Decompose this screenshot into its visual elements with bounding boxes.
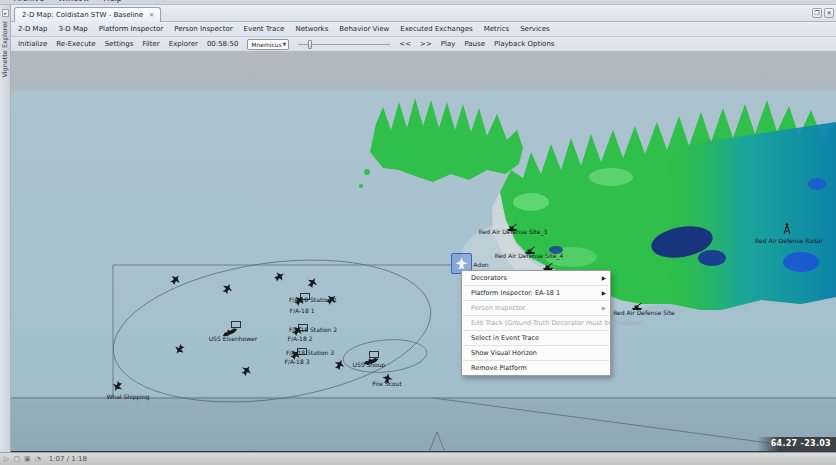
restore-window-button[interactable]: ❐ xyxy=(812,8,822,18)
chevron-down-icon: ▼ xyxy=(282,41,286,47)
context-menu-item-remove-platform[interactable]: Remove Platform xyxy=(462,361,610,375)
jet-icon[interactable] xyxy=(241,361,252,380)
view-menu-3-d-map[interactable]: 3-D Map xyxy=(58,25,87,33)
frame-icon[interactable]: ▢ xyxy=(13,456,20,463)
view-menu-person-inspector[interactable]: Person Inspector xyxy=(174,25,232,33)
view-menu-executed-exchanges[interactable]: Executed Exchanges xyxy=(400,25,473,33)
capture-icon[interactable]: ▣ xyxy=(24,456,31,463)
context-menu-item-edit-track-ground-truth-decorator-must-be-enabled: Edit Track (Ground-Truth Decorator must … xyxy=(462,316,610,330)
view-menu-metrics[interactable]: Metrics xyxy=(484,25,509,33)
view-menu-services[interactable]: Services xyxy=(520,25,550,33)
context-menu-item-label: Remove Platform xyxy=(471,364,527,372)
platform-label-whal-shipping: Whal Shipping xyxy=(106,393,149,400)
view-menu-networks[interactable]: Networks xyxy=(295,25,328,33)
sim-toolbar: InitializeRe-ExecuteSettingsFilterExplor… xyxy=(11,37,836,52)
context-menu-item-decorators[interactable]: Decorators▶ xyxy=(462,271,610,285)
close-window-button[interactable]: ✕ xyxy=(824,8,834,18)
platform-label-fire-scout: Fire Scout xyxy=(372,380,402,387)
application-window: ArchiveWindowHelp 2-D Map: Coldistan STW… xyxy=(0,0,836,465)
view-menu-2-d-map[interactable]: 2-D Map xyxy=(18,25,47,33)
jet-icon[interactable] xyxy=(307,273,318,292)
status-icons: ▷▢▣◔ xyxy=(4,456,41,463)
context-menu-item-select-in-event-trace[interactable]: Select in Event Trace xyxy=(462,331,610,345)
transport-[interactable]: << xyxy=(399,40,411,48)
play-icon[interactable]: ▷ xyxy=(4,456,9,463)
time-slider-track xyxy=(298,44,390,45)
time-slider-thumb[interactable] xyxy=(308,40,312,49)
platform-label-red-air-defense-radar: Red Air Defense Radar xyxy=(755,237,823,244)
toolbar-buttons: InitializeRe-ExecuteSettingsFilterExplor… xyxy=(18,40,198,48)
submenu-arrow-icon: ▶ xyxy=(602,275,606,281)
platform-label-f-a-18-station-3: F/A-18 Station 3 xyxy=(286,349,334,356)
platform-label-adon: Adon xyxy=(473,261,488,268)
sim-time-display: 00:58:50 xyxy=(207,40,238,48)
transport-controls: <<>>PlayPausePlayback Options xyxy=(399,40,554,48)
submenu-arrow-icon: ▶ xyxy=(602,305,606,311)
cursor-coordinates: 64.27 -23.03 xyxy=(757,437,836,451)
tab-title: 2-D Map: Coldistan STW - Baseline xyxy=(22,11,143,19)
context-menu-item-label: Edit Track (Ground-Truth Decorator must … xyxy=(471,319,643,327)
context-menu-item-label: Select in Event Trace xyxy=(471,334,539,342)
transport-pause[interactable]: Pause xyxy=(464,40,485,48)
toolbar-button-re-execute[interactable]: Re-Execute xyxy=(56,40,95,48)
toolbar-button-explorer[interactable]: Explorer xyxy=(169,40,198,48)
view-menu-behavior-view[interactable]: Behavior View xyxy=(339,25,389,33)
vignette-explorer-expand-button[interactable]: ▸ xyxy=(2,9,9,17)
jet-icon[interactable] xyxy=(326,290,337,309)
toolbar-button-filter[interactable]: Filter xyxy=(142,40,159,48)
view-menu-event-trace[interactable]: Event Trace xyxy=(244,25,285,33)
context-menu-item-person-inspector: Person Inspector▶ xyxy=(462,301,610,315)
platform-label-red-air-defense-site-3: Red Air Defense Site_3 xyxy=(479,228,547,235)
context-menu-item-label: Platform Inspector: EA-18 1 xyxy=(471,289,560,297)
recording-progress: 1:07 / 1:18 xyxy=(49,455,87,463)
document-tab-bar: 2-D Map: Coldistan STW - Baseline ✕ ❐✕ xyxy=(11,5,836,22)
context-menu-item-show-visual-horizon[interactable]: Show Visual Horizon xyxy=(462,346,610,360)
context-menu-item-label: Show Visual Horizon xyxy=(471,349,537,357)
transport-play[interactable]: Play xyxy=(441,40,456,48)
jet-icon[interactable] xyxy=(222,279,233,298)
jet-icon[interactable] xyxy=(170,270,181,289)
window-buttons: ❐✕ xyxy=(812,8,834,18)
jet-icon[interactable] xyxy=(274,267,285,286)
transport-playback-options[interactable]: Playback Options xyxy=(494,40,554,48)
platform-label-uss-eisenhower: USS Eisenhower xyxy=(209,335,258,342)
map-2d-view[interactable]: USS EisenhowerF/A-18 Station 1F/A-18 1F/… xyxy=(11,52,836,452)
jet-icon[interactable] xyxy=(334,355,345,374)
view-menu-row: 2-D Map3-D MapPlatform InspectorPerson I… xyxy=(11,22,836,37)
menubar-item-window[interactable]: Window xyxy=(58,0,90,3)
platform-label-red-air-defense-site: Red Air Defense Site xyxy=(613,309,675,316)
view-menu-platform-inspector[interactable]: Platform Inspector xyxy=(99,25,163,33)
platform-label-f-a-18-3: F/A-18 3 xyxy=(285,358,310,365)
toolbar-button-settings[interactable]: Settings xyxy=(105,40,134,48)
menubar-item-archive[interactable]: Archive xyxy=(14,0,44,3)
os-menubar-items: ArchiveWindowHelp xyxy=(14,0,122,3)
menubar-item-help[interactable]: Help xyxy=(103,0,121,3)
context-menu-item-platform-inspector-ea-18-1[interactable]: Platform Inspector: EA-18 1▶ xyxy=(462,286,610,300)
submenu-arrow-icon: ▶ xyxy=(602,290,606,296)
platform-label-f-a-18-1: F/A-18 1 xyxy=(290,307,315,314)
platform-label-uss-shoup: USS Shoup xyxy=(353,361,386,368)
time-slider[interactable] xyxy=(298,39,390,50)
toolbar-button-initialize[interactable]: Initialize xyxy=(18,40,47,48)
tab-2d-map-coldistan[interactable]: 2-D Map: Coldistan STW - Baseline ✕ xyxy=(14,7,161,22)
jet-icon[interactable] xyxy=(174,340,185,359)
vignette-explorer-strip: ▸ Vignette Explorer xyxy=(0,5,11,452)
status-bar: ▷▢▣◔ 1:07 / 1:18 xyxy=(0,452,836,465)
rate-combo[interactable]: Mnemicus ▼ xyxy=(247,39,289,50)
transport-[interactable]: >> xyxy=(420,40,432,48)
platform-label-f-a-18-station-2: F/A-18 Station 2 xyxy=(289,326,337,333)
rate-combo-value: Mnemicus xyxy=(251,41,281,48)
tab-close-icon[interactable]: ✕ xyxy=(149,12,154,18)
platform-context-menu: Decorators▶Platform Inspector: EA-18 1▶P… xyxy=(461,270,611,376)
context-menu-item-label: Decorators xyxy=(471,274,507,282)
clock-icon[interactable]: ◔ xyxy=(35,456,41,463)
vignette-explorer-label: Vignette Explorer xyxy=(1,21,9,78)
context-menu-item-label: Person Inspector xyxy=(471,304,525,312)
